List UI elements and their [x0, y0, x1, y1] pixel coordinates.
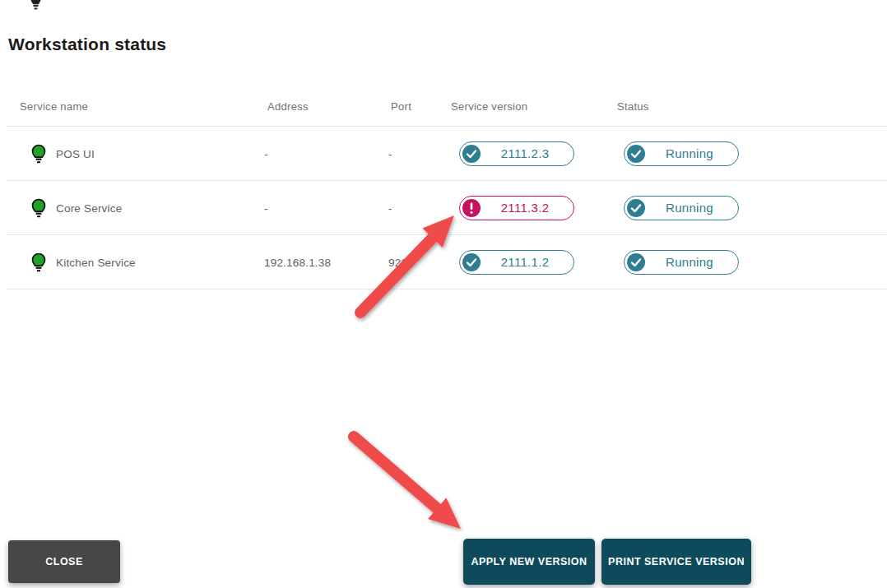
service-address: -: [264, 201, 268, 214]
column-header-status: Status: [617, 100, 649, 113]
service-port: -: [388, 147, 392, 160]
version-badge: 2111.1.2: [459, 250, 574, 275]
status-badge: Running: [624, 196, 739, 220]
arrow-to-apply-button: [354, 437, 461, 529]
check-circle-icon: [627, 199, 645, 217]
close-button[interactable]: CLOSE: [8, 540, 120, 583]
cutoff-bulb-icon: [30, 0, 42, 11]
check-circle-icon: [462, 145, 481, 163]
page-title: Workstation status: [8, 35, 166, 54]
service-address: 192.168.1.38: [264, 256, 331, 268]
check-circle-icon: [627, 253, 645, 271]
service-port: 9231: [388, 256, 414, 268]
annotation-arrows: [0, 0, 887, 588]
print-service-version-button[interactable]: PRINT SERVICE VERSION: [601, 539, 751, 585]
version-badge: 2111.3.2: [459, 196, 574, 220]
column-header-address: Address: [267, 100, 309, 113]
check-circle-icon: [627, 145, 645, 163]
apply-new-version-button[interactable]: APPLY NEW VERSION: [463, 539, 595, 585]
services-table: Service name Address Port Service versio…: [7, 92, 887, 289]
service-name: Core Service: [56, 201, 122, 214]
workstation-status-dialog: Workstation status Service name Address …: [0, 0, 887, 588]
column-header-service-version: Service version: [451, 100, 527, 113]
green-bulb-icon: [30, 252, 48, 272]
column-header-port: Port: [391, 100, 411, 113]
column-header-service-name: Service name: [20, 100, 88, 113]
version-badge: 2111.2.3: [459, 141, 574, 166]
status-badge: Running: [624, 250, 739, 275]
service-port: -: [388, 201, 392, 214]
table-header-row: Service name Address Port Service versio…: [7, 92, 887, 127]
table-row-core-service: Core Service - - 2111.3.2 Running: [7, 181, 887, 235]
green-bulb-icon: [30, 198, 48, 218]
table-row-pos-ui: POS UI - - 2111.2.3 Running: [7, 127, 887, 181]
service-name: Kitchen Service: [56, 256, 136, 268]
exclamation-circle-icon: [462, 199, 481, 217]
service-name: POS UI: [56, 147, 95, 160]
status-badge: Running: [624, 141, 739, 166]
green-bulb-icon: [30, 144, 48, 164]
check-circle-icon: [462, 253, 481, 271]
table-row-kitchen-service: Kitchen Service 192.168.1.38 9231 2111.1…: [7, 235, 887, 289]
service-address: -: [264, 147, 268, 160]
